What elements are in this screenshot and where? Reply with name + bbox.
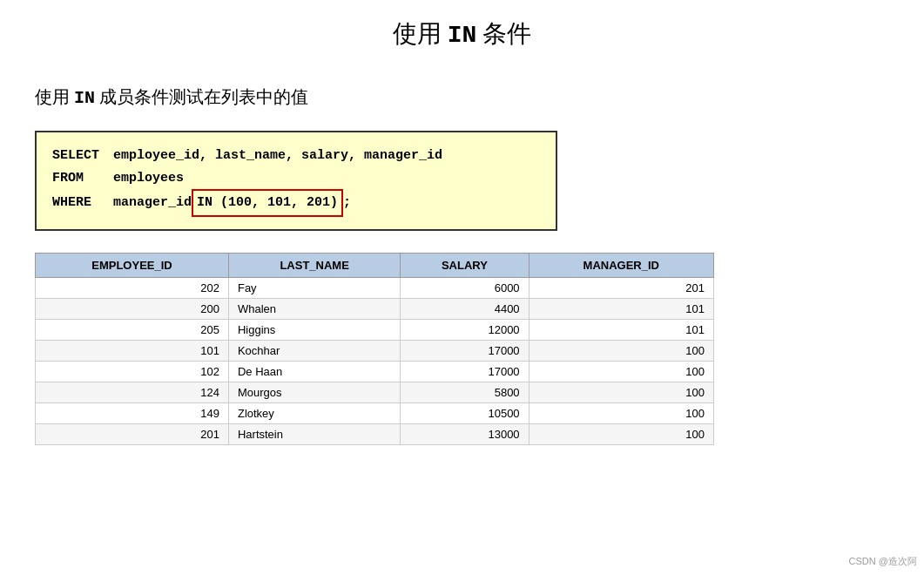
cell-last-name: Kochhar [228, 340, 400, 361]
results-table: EMPLOYEE_ID LAST_NAME SALARY MANAGER_ID … [35, 253, 714, 445]
table-row: 124Mourgos5800100 [36, 382, 714, 402]
cell-salary: 5800 [401, 382, 529, 402]
cell-salary: 6000 [401, 277, 529, 298]
cell-last-name: De Haan [228, 361, 400, 382]
cell-manager-id: 100 [529, 423, 713, 444]
cell-employee-id: 202 [36, 277, 229, 298]
sql-from-keyword: FROM [52, 167, 113, 190]
sql-code-block: SELECT employee_id, last_name, salary, m… [35, 131, 557, 231]
cell-last-name: Zlotkey [228, 402, 400, 423]
cell-salary: 4400 [401, 298, 529, 319]
cell-employee-id: 102 [36, 361, 229, 382]
cell-salary: 17000 [401, 340, 529, 361]
cell-manager-id: 201 [529, 277, 713, 298]
sql-line-1: SELECT employee_id, last_name, salary, m… [52, 145, 540, 167]
sql-where-post: ; [343, 192, 351, 214]
sql-where-pre: manager_id [113, 192, 192, 214]
table-header-row: EMPLOYEE_ID LAST_NAME SALARY MANAGER_ID [36, 253, 714, 277]
cell-manager-id: 101 [529, 319, 713, 340]
cell-manager-id: 100 [529, 361, 713, 382]
cell-manager-id: 100 [529, 382, 713, 402]
cell-last-name: Whalen [228, 298, 400, 319]
sql-select-content: employee_id, last_name, salary, manager_… [113, 145, 442, 167]
cell-salary: 12000 [401, 319, 529, 340]
table-row: 202Fay6000201 [36, 277, 714, 298]
sql-from-content: employees [113, 167, 184, 190]
cell-last-name: Hartstein [228, 423, 400, 444]
watermark: CSDN @造次阿 [849, 555, 917, 568]
table-row: 101Kochhar17000100 [36, 340, 714, 361]
cell-employee-id: 201 [36, 423, 229, 444]
cell-salary: 17000 [401, 361, 529, 382]
cell-employee-id: 205 [36, 319, 229, 340]
sql-line-2: FROM employees [52, 167, 540, 190]
col-header-last-name: LAST_NAME [228, 253, 400, 277]
cell-manager-id: 101 [529, 298, 713, 319]
table-row: 200Whalen4400101 [36, 298, 714, 319]
table-row: 201Hartstein13000100 [36, 423, 714, 444]
subtitle: 使用 IN 成员条件测试在列表中的值 [35, 85, 889, 109]
page-title: 使用 IN 条件 [35, 17, 889, 51]
cell-manager-id: 100 [529, 340, 713, 361]
col-header-manager-id: MANAGER_ID [529, 253, 713, 277]
cell-last-name: Fay [228, 277, 400, 298]
cell-salary: 10500 [401, 402, 529, 423]
table-row: 205Higgins12000101 [36, 319, 714, 340]
cell-employee-id: 200 [36, 298, 229, 319]
cell-manager-id: 100 [529, 402, 713, 423]
table-row: 102De Haan17000100 [36, 361, 714, 382]
table-row: 149Zlotkey10500100 [36, 402, 714, 423]
col-header-salary: SALARY [401, 253, 529, 277]
cell-last-name: Higgins [228, 319, 400, 340]
sql-in-highlight: IN (100, 101, 201) [192, 189, 343, 217]
sql-select-keyword: SELECT [52, 145, 113, 167]
col-header-employee-id: EMPLOYEE_ID [36, 253, 229, 277]
cell-employee-id: 101 [36, 340, 229, 361]
cell-employee-id: 124 [36, 382, 229, 402]
sql-line-3: WHERE manager_id IN (100, 101, 201); [52, 189, 540, 217]
sql-where-keyword: WHERE [52, 192, 113, 214]
cell-employee-id: 149 [36, 402, 229, 423]
cell-last-name: Mourgos [228, 382, 400, 402]
cell-salary: 13000 [401, 423, 529, 444]
